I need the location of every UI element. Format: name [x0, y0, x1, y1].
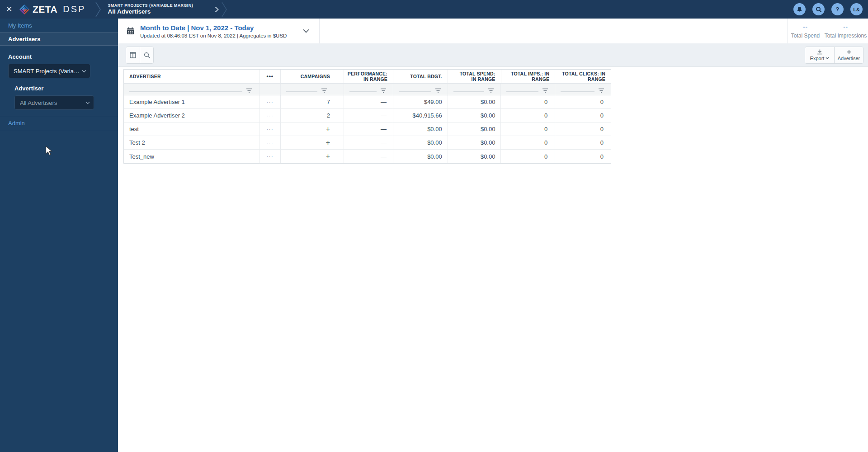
cell-total-budget: $0.00 [393, 150, 448, 163]
advertiser-name-link[interactable]: Test 2 [129, 139, 145, 146]
cell-total-imps: 0 [500, 109, 555, 122]
filter-icon[interactable] [435, 88, 441, 93]
cell-advertiser: Example Advertiser 2 [124, 109, 259, 122]
breadcrumb-separator-icon [222, 2, 227, 17]
column-header-total-budget[interactable]: TOTAL BDGT. [393, 70, 448, 83]
table-row[interactable]: Test_new···+—$0.00$0.0000 [124, 150, 611, 163]
filter-input[interactable] [129, 91, 242, 92]
filter-cell-actions [259, 84, 280, 95]
bell-icon [797, 6, 802, 13]
table-row[interactable]: Example Advertiser 1···7—$49.00$0.0000 [124, 95, 611, 109]
cell-total-imps: 0 [500, 136, 555, 149]
filter-cell-campaigns [280, 84, 344, 95]
cell-performance: — [344, 122, 393, 136]
sidebar-item-advertisers[interactable]: Advertisers [0, 33, 118, 46]
cell-total-imps: 0 [500, 150, 555, 163]
cell-total-clicks: 0 [555, 150, 611, 163]
toolbar: Export Advertiser [118, 43, 868, 67]
row-actions-button[interactable]: ··· [267, 154, 274, 159]
main-content: Month to Date | Nov 1, 2022 - Today Upda… [118, 19, 868, 452]
row-actions-button[interactable]: ··· [267, 113, 274, 118]
filter-input[interactable] [453, 91, 485, 92]
column-header-advertiser[interactable]: ADVERTISER [124, 70, 259, 83]
table-row[interactable]: Test 2···+—$0.00$0.0000 [124, 136, 611, 150]
sidebar-item-my-items[interactable]: My Items [0, 19, 118, 33]
column-header-total-clicks[interactable]: TOTAL CLICKS: IN RANGE [555, 70, 611, 83]
advertiser-name-link[interactable]: Test_new [129, 153, 154, 160]
chevron-down-icon [85, 101, 90, 104]
table-row[interactable]: Example Advertiser 2···2—$40,915.66$0.00… [124, 109, 611, 122]
filter-input[interactable] [399, 91, 431, 92]
chevron-down-icon[interactable] [303, 29, 309, 33]
filter-input[interactable] [349, 91, 377, 92]
filter-input[interactable] [286, 91, 317, 92]
notifications-button[interactable] [793, 3, 806, 15]
cell-actions: ··· [259, 136, 280, 149]
column-menu-ellipsis-icon: ••• [266, 74, 274, 79]
table-search-button[interactable] [140, 47, 153, 63]
cell-advertiser: Test 2 [124, 136, 259, 149]
filter-cell-total-budget [393, 84, 448, 95]
row-actions-button[interactable]: ··· [267, 99, 274, 105]
sidebar-item-admin[interactable]: Admin [0, 116, 118, 130]
close-icon[interactable]: ✕ [0, 0, 18, 19]
add-campaign-button[interactable]: + [326, 153, 330, 160]
date-range-picker[interactable]: Month to Date | Nov 1, 2022 - Today Upda… [118, 19, 320, 43]
column-header-performance[interactable]: PERFORMANCE: IN RANGE [344, 70, 393, 83]
column-settings-button[interactable] [126, 47, 140, 63]
filter-input[interactable] [561, 91, 594, 92]
add-campaign-button[interactable]: + [326, 126, 330, 133]
user-avatar[interactable]: L& [850, 3, 863, 15]
cell-actions: ··· [259, 150, 280, 163]
help-button[interactable]: ? [831, 3, 844, 15]
cell-total-imps: 0 [500, 122, 555, 136]
table-row[interactable]: test···+—$0.00$0.0000 [124, 122, 611, 136]
zeta-diamond-icon [19, 4, 30, 15]
cell-total-budget: $49.00 [393, 95, 448, 108]
cell-advertiser: Example Advertiser 1 [124, 95, 259, 108]
breadcrumb-separator-icon [95, 2, 101, 17]
column-header-total-spend[interactable]: TOTAL SPEND: IN RANGE [448, 70, 501, 83]
filter-icon[interactable] [488, 88, 494, 93]
cell-total-spend: $0.00 [448, 109, 501, 122]
row-actions-button[interactable]: ··· [267, 127, 274, 132]
filter-icon[interactable] [542, 88, 548, 93]
brand-dsp: DSP [63, 4, 85, 14]
date-header-band: Month to Date | Nov 1, 2022 - Today Upda… [118, 19, 868, 43]
total-spend-stat: -- Total Spend [788, 19, 823, 43]
cell-total-imps: 0 [500, 95, 555, 108]
column-header-actions[interactable]: ••• [259, 70, 280, 83]
search-icon [816, 6, 822, 13]
cell-total-clicks: 0 [555, 136, 611, 149]
date-range-text[interactable]: Month to Date | Nov 1, 2022 - Today [140, 24, 287, 32]
filter-icon[interactable] [380, 88, 387, 93]
advertiser-name-link[interactable]: Example Advertiser 2 [129, 112, 185, 119]
top-bar: ✕ ZETA DSP SMART PROJECTS (VARIABLE MARG… [0, 0, 868, 19]
global-search-button[interactable] [812, 3, 825, 15]
search-icon [144, 52, 150, 58]
column-header-total-imps[interactable]: TOTAL IMPS.: IN RANGE [501, 70, 555, 83]
add-campaign-button[interactable]: + [326, 139, 330, 146]
advertiser-name-link[interactable]: Example Advertiser 1 [129, 99, 185, 105]
cell-total-spend: $0.00 [448, 122, 501, 136]
account-label: Account [8, 53, 110, 60]
add-advertiser-label: Advertiser [838, 56, 860, 61]
filter-icon[interactable] [246, 88, 252, 93]
filter-cell-total-spend [448, 84, 501, 95]
cell-campaigns: 7 [280, 95, 344, 108]
filter-input[interactable] [506, 91, 538, 92]
account-select[interactable]: SMART Projects (Variable Margin) [8, 64, 90, 78]
filter-icon[interactable] [598, 88, 604, 93]
account-select-value: SMART Projects (Variable Margin) [14, 68, 82, 75]
export-button[interactable]: Export [805, 47, 834, 63]
advertiser-name-link[interactable]: test [129, 126, 139, 132]
add-advertiser-button[interactable]: Advertiser [834, 47, 863, 63]
advertiser-select[interactable]: All Advertisers [14, 95, 94, 110]
breadcrumb-next-icon[interactable] [215, 6, 219, 13]
row-actions-button[interactable]: ··· [267, 140, 274, 146]
table-header-row: ADVERTISER•••CAMPAIGNSPERFORMANCE: IN RA… [124, 70, 611, 84]
filter-cell-total-clicks [555, 84, 611, 95]
filter-icon[interactable] [321, 88, 327, 93]
column-header-campaigns[interactable]: CAMPAIGNS [280, 70, 344, 83]
sidebar: My Items Advertisers Account SMART Proje… [0, 19, 118, 452]
